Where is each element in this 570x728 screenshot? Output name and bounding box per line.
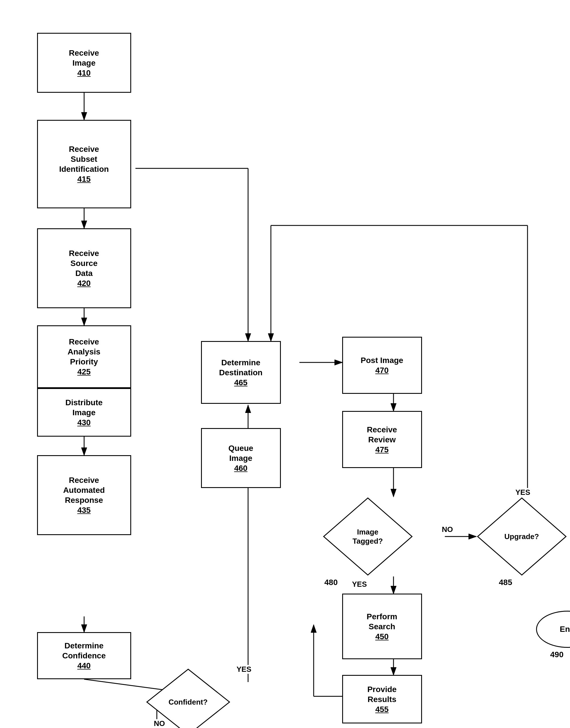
yes-label-imagetagged: YES xyxy=(352,580,367,589)
label-480: 480 xyxy=(324,578,338,587)
receive-subset-box: ReceiveSubsetIdentification 415 xyxy=(37,120,131,208)
post-image-box: Post Image 470 xyxy=(342,337,422,394)
yes-label-confident: YES xyxy=(237,665,252,674)
no-label-confident: NO xyxy=(154,719,165,728)
receive-source-box: ReceiveSourceData 420 xyxy=(37,228,131,308)
image-tagged-diamond: ImageTagged? xyxy=(322,497,413,576)
distribute-image-box: DistributeImage 430 xyxy=(37,388,131,436)
provide-results-box: ProvideResults 455 xyxy=(342,675,422,723)
yes-label-upgrade: YES xyxy=(516,488,530,497)
receive-auto-box: ReceiveAutomatedResponse 435 xyxy=(37,455,131,535)
label-485: 485 xyxy=(499,578,512,587)
no-label-imagetagged: NO xyxy=(442,525,453,534)
receive-analysis-box: ReceiveAnalysisPriority 425 xyxy=(37,325,131,388)
determine-dest-box: DetermineDestination 465 xyxy=(201,341,281,404)
end-oval: End xyxy=(536,611,570,648)
receive-image-box: Receive Image 410 xyxy=(37,33,131,93)
flowchart-diagram: Receive Image 410 ReceiveSubsetIdentific… xyxy=(14,11,556,719)
determine-conf-box: DetermineConfidence 440 xyxy=(37,632,131,679)
label-490: 490 xyxy=(550,650,564,659)
queue-image-box: QueueImage 460 xyxy=(201,428,281,488)
upgrade-diamond: Upgrade? xyxy=(476,497,567,576)
receive-review-box: ReceiveReview 475 xyxy=(342,411,422,468)
perform-search-box: PerformSearch 450 xyxy=(342,593,422,659)
